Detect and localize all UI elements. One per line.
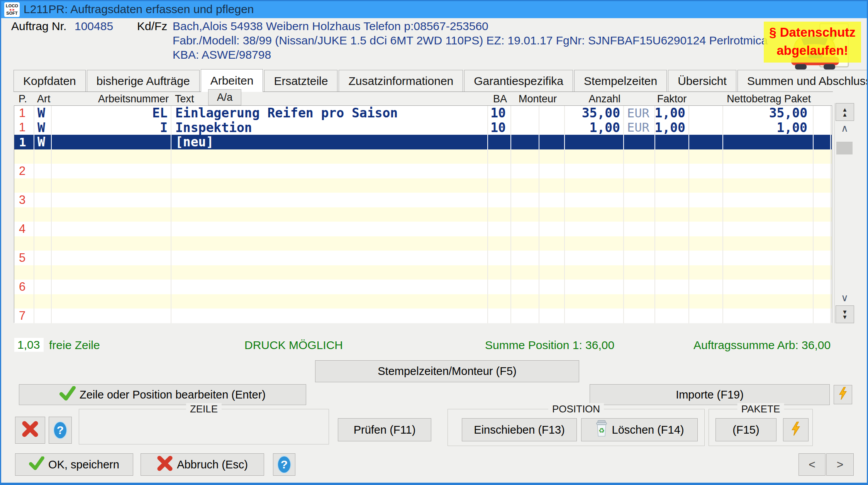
table-row-position-2[interactable]: 2 xyxy=(14,164,832,178)
order-sum: Auftragssumme Arb: 36,00 xyxy=(693,339,831,352)
scroll-up-chevron[interactable]: ∧ xyxy=(835,122,854,134)
col-header-monteur: Monteur xyxy=(511,93,565,105)
question-mark-icon: ? xyxy=(277,456,291,473)
abort-button[interactable]: Abbruch (Esc) xyxy=(141,453,264,476)
order-number-value: 100485 xyxy=(75,20,113,33)
col-header-ba: BA xyxy=(488,93,511,105)
window-title: L211PR: Auftragsdaten erfassen und pfleg… xyxy=(24,3,254,16)
tab-garantiespezifika[interactable]: Garantiespezifika xyxy=(464,70,573,92)
table-row-empty[interactable] xyxy=(14,265,832,280)
loeschen-button[interactable]: ♻ Löschen (F14) xyxy=(581,418,698,441)
position-group-label: POSITION xyxy=(548,403,604,415)
table-row-position-5[interactable]: 5 xyxy=(14,251,832,265)
col-header-art: Art xyxy=(34,93,51,105)
double-down-arrow-icon: ▼ xyxy=(842,314,848,319)
free-line-indicator: 1,03 xyxy=(14,338,44,352)
lightning-icon xyxy=(838,387,848,402)
tab-zusatzinformationen[interactable]: Zusatzinformationen xyxy=(339,70,463,92)
help-button[interactable]: ? xyxy=(273,453,295,476)
free-line-label: freie Zeile xyxy=(49,339,100,352)
privacy-warning-line2: abgelaufen! xyxy=(764,41,861,59)
svg-text:♻: ♻ xyxy=(598,427,605,434)
scroll-down-chevron[interactable]: ∨ xyxy=(835,292,854,304)
print-status: DRUCK MÖGLICH xyxy=(244,339,343,352)
lightning-icon xyxy=(791,422,801,438)
zeile-group-label: ZEILE xyxy=(186,403,222,415)
stempelzeiten-monteur-button[interactable]: Stempelzeiten/Monteur (F5) xyxy=(315,360,579,382)
table-row-position-7[interactable]: 7 xyxy=(14,309,832,323)
pakete-flash-button[interactable] xyxy=(783,418,809,441)
tab-bisherige-auftraege[interactable]: bisherige Aufträge xyxy=(87,70,200,92)
table-row-position-4[interactable]: 4 xyxy=(14,222,832,236)
title-bar: LOCO ◄► SOFT L211PR: Auftragsdaten erfas… xyxy=(1,1,867,18)
pakete-f15-button[interactable]: (F15) xyxy=(715,418,776,441)
col-header-netto: Nettobetrag Paket xyxy=(723,93,813,105)
delete-line-button[interactable] xyxy=(15,417,45,444)
work-items-table: 1 W EL Einlagerung Reifen pro Saison 10 … xyxy=(14,105,832,323)
col-header-faktor: Faktor xyxy=(655,93,689,105)
tab-arbeiten[interactable]: Arbeiten xyxy=(201,69,263,92)
zeile-group: ZEILE xyxy=(79,409,329,444)
col-header-arbeitsnummer: Arbeitsnummer xyxy=(51,93,171,105)
next-button[interactable]: > xyxy=(826,453,854,476)
case-toggle-button[interactable]: A/a xyxy=(208,89,241,105)
scroll-page-down-button[interactable]: ▼ ▼ xyxy=(836,305,854,323)
check-icon xyxy=(59,386,76,404)
col-header-position: P. xyxy=(14,93,34,105)
double-up-arrow-icon: ▲ xyxy=(842,112,848,117)
table-row-empty[interactable] xyxy=(14,178,832,193)
app-window: LOCO ◄► SOFT L211PR: Auftragsdaten erfas… xyxy=(0,0,868,485)
pakete-group-label: PAKETE xyxy=(737,403,784,415)
help-line-button[interactable]: ? xyxy=(49,417,72,444)
col-header-anzahl: Anzahl xyxy=(565,93,624,105)
importe-button[interactable]: Importe (F19) xyxy=(590,384,830,405)
question-mark-icon: ? xyxy=(53,421,67,439)
table-row-position-6[interactable]: 6 xyxy=(14,280,832,294)
customer-line1: Bach,Alois 54938 Weibern Holzhaus Telefo… xyxy=(173,20,488,33)
check-icon xyxy=(29,456,44,473)
scrollbar-thumb[interactable] xyxy=(836,142,853,154)
loco-soft-logo-icon: LOCO ◄► SOFT xyxy=(4,2,20,17)
tab-summen-und-abschluss[interactable]: Summen und Abschluss xyxy=(737,70,868,92)
table-row-empty[interactable] xyxy=(14,294,832,309)
privacy-warning-line1: § Datenschutz xyxy=(764,23,861,41)
tab-kopfdaten[interactable]: Kopfdaten xyxy=(14,70,86,92)
vehicle-line3: KBA: ASWE/98798 xyxy=(173,48,271,61)
order-number-label: Auftrag Nr. xyxy=(11,20,66,33)
edit-line-button[interactable]: Zeile oder Position bearbeiten (Enter) xyxy=(19,384,306,405)
red-x-icon xyxy=(157,455,173,474)
tab-stempelzeiten[interactable]: Stempelzeiten xyxy=(574,70,667,92)
table-row-empty[interactable] xyxy=(14,236,832,251)
scroll-page-up-button[interactable]: ▲ ▲ xyxy=(836,103,854,121)
vehicle-line2: Fabr./Modell: 38/99 (Nissan/JUKE 1.5 dCi… xyxy=(173,34,768,47)
table-row-empty[interactable] xyxy=(14,207,832,222)
customer-vehicle-label: Kd/Fz xyxy=(137,20,167,33)
einschieben-button[interactable]: Einschieben (F13) xyxy=(462,418,577,441)
table-row-position-3[interactable]: 3 xyxy=(14,193,832,207)
table-row-inspektion[interactable]: 1 W I Inspektion 10 1,00 EUR 1,00 1,00 xyxy=(14,120,832,135)
table-row-einlagerung[interactable]: 1 W EL Einlagerung Reifen pro Saison 10 … xyxy=(14,106,832,120)
tab-bar: Kopfdaten bisherige Aufträge Arbeiten Er… xyxy=(14,70,833,92)
table-row-new-selected[interactable]: 1 W [neu] xyxy=(14,135,832,149)
red-x-icon xyxy=(22,421,39,440)
position-sum: Summe Position 1: 36,00 xyxy=(485,339,614,352)
pruefen-button[interactable]: Prüfen (F11) xyxy=(338,418,431,441)
table-row-empty[interactable] xyxy=(14,149,832,164)
privacy-expired-warning: § Datenschutz abgelaufen! xyxy=(764,22,861,63)
previous-button[interactable]: < xyxy=(798,453,826,476)
table-header: P. Art Arbeitsnummer Text BA Monteur Anz… xyxy=(14,92,832,105)
tab-ersatzteile[interactable]: Ersatzteile xyxy=(264,70,337,92)
tab-uebersicht[interactable]: Übersicht xyxy=(668,70,736,92)
table-scrollbar: ▲ ▲ ∧ ∨ ▼ ▼ xyxy=(834,103,854,323)
importe-flash-button[interactable] xyxy=(834,385,852,404)
ok-save-button[interactable]: OK, speichern xyxy=(15,453,133,476)
trash-recycle-icon: ♻ xyxy=(595,420,608,440)
